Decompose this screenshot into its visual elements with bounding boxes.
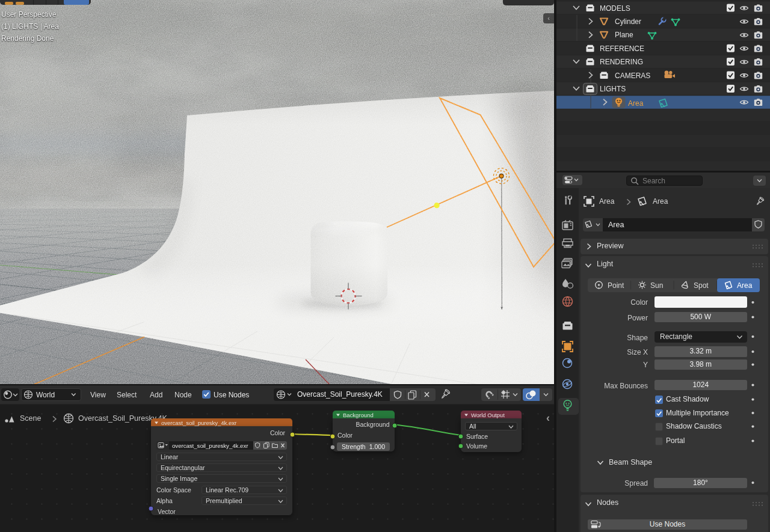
svg-text:Area: Area: [628, 99, 644, 108]
svg-text:World Output: World Output: [471, 412, 505, 418]
svg-text:overcast_soil_puresky_4k.exr: overcast_soil_puresky_4k.exr: [161, 420, 236, 426]
svg-text:LIGHTS: LIGHTS: [600, 85, 626, 93]
svg-text:REFERENCE: REFERENCE: [600, 44, 644, 53]
svg-text:World: World: [36, 391, 55, 399]
svg-text:Background: Background: [343, 412, 374, 418]
svg-text:Cylinder: Cylinder: [615, 17, 641, 26]
svg-text:Spot: Spot: [694, 281, 709, 290]
svg-text:MODELS: MODELS: [600, 4, 630, 13]
svg-text:Point: Point: [608, 281, 624, 290]
svg-text:CAMERAS: CAMERAS: [615, 72, 650, 80]
svg-text:Plane: Plane: [615, 31, 633, 39]
svg-text:Sun: Sun: [650, 281, 663, 290]
svg-text:RENDERING: RENDERING: [600, 58, 643, 66]
